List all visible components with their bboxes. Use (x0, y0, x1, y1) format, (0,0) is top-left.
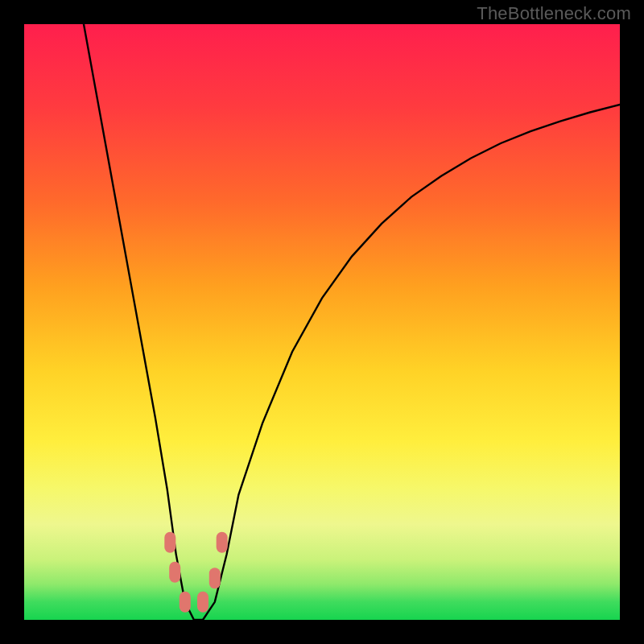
bottleneck-curve (24, 24, 620, 620)
curve-marker (217, 532, 228, 553)
curve-marker (197, 592, 208, 613)
curve-marker (180, 592, 191, 613)
watermark-text: TheBottleneck.com (477, 3, 631, 24)
curve-marker (209, 568, 221, 588)
curve-marker (169, 562, 180, 583)
plot-area (24, 24, 620, 620)
chart-frame: TheBottleneck.com (0, 0, 644, 644)
curve-marker (164, 532, 175, 553)
